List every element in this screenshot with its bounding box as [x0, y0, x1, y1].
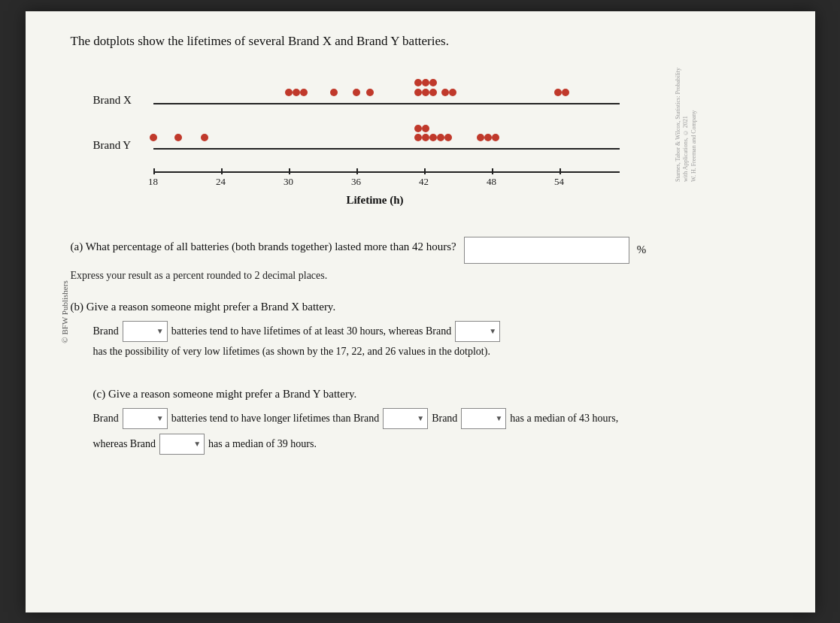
c-part4: has a median of 43 hours, [510, 413, 618, 425]
c-part5: whereas Brand [93, 438, 156, 450]
tick-label-18: 18 [148, 176, 158, 188]
question-b-label: (b) Give a reason someone might prefer a… [71, 301, 785, 313]
c-dropdown3-arrow: ▼ [495, 414, 502, 422]
brand-y-line [153, 148, 620, 150]
c-part3: Brand [432, 413, 457, 425]
x-axis-line [153, 171, 620, 173]
dot-y-46a [477, 134, 484, 141]
dot-x-45a [441, 89, 449, 96]
tick-label-30: 30 [284, 176, 293, 188]
question-c-answer-row2: whereas Brand ▼ has a median of 39 hours… [93, 434, 785, 455]
c-part2: batteries tend to have longer lifetimes … [171, 413, 379, 425]
dot-y-42b [422, 134, 429, 141]
dot-x-45b [449, 89, 456, 96]
brand-x-line [153, 103, 620, 104]
copyright-text: Starnes, Tabor & Wilcox, Statistics: Pro… [675, 68, 698, 182]
question-c-label: (c) Give a reason someone might prefer a… [93, 388, 785, 401]
b-part2: batteries tend to have lifetimes of at l… [171, 325, 451, 337]
b-dropdown1[interactable]: ▼ [123, 321, 168, 342]
tick-30 [289, 168, 290, 174]
dot-x-54b [562, 89, 569, 96]
chart-area: Brand X Brand Y 18 24 30 36 42 48 [71, 64, 785, 214]
brand-y-label: Brand Y [93, 139, 132, 152]
c-part1: Brand [93, 413, 119, 425]
dot-x-33 [330, 89, 338, 96]
c-dropdown4-arrow: ▼ [193, 440, 201, 448]
question-a-row: (a) What percentage of all batteries (bo… [71, 237, 785, 264]
question-c-answer-row1: Brand ▼ batteries tend to have longer li… [93, 408, 785, 429]
axis-title: Lifetime (h) [346, 194, 403, 207]
bfw-label: © BFW Publishers [59, 280, 68, 343]
tick-label-24: 24 [216, 176, 226, 188]
dot-x-38 [366, 89, 374, 96]
c-dropdown1[interactable]: ▼ [123, 408, 168, 429]
dot-x-42-r2a [414, 79, 422, 86]
dot-x-42c [429, 89, 437, 96]
dot-x-42-r2b [422, 79, 429, 86]
dot-y-42d [437, 134, 444, 141]
dot-x-36 [353, 89, 360, 96]
dot-x-30b [293, 89, 300, 96]
tick-36 [356, 168, 358, 174]
dot-x-42a [414, 89, 422, 96]
tick-24 [221, 168, 223, 174]
dot-y-46b [484, 134, 492, 141]
c-dropdown2[interactable]: ▼ [383, 408, 428, 429]
b-dropdown2-arrow: ▼ [489, 327, 496, 335]
c-dropdown4[interactable]: ▼ [159, 434, 205, 455]
tick-48 [492, 168, 493, 174]
dot-y-42-r2b [422, 125, 429, 132]
chart-container: Brand X Brand Y 18 24 30 36 42 48 [93, 64, 657, 214]
c-dropdown1-arrow: ▼ [156, 414, 164, 422]
c-dropdown3[interactable]: ▼ [461, 408, 506, 429]
dot-y-22 [174, 134, 182, 141]
tick-54 [559, 168, 561, 174]
b-part1: Brand [93, 325, 119, 337]
question-a-input[interactable] [464, 237, 629, 264]
tick-label-54: 54 [554, 176, 564, 188]
main-page: © BFW Publishers The dotplots show the l… [26, 11, 815, 612]
tick-label-42: 42 [419, 176, 429, 188]
dot-x-42-r2c [429, 79, 437, 86]
question-a-sublabel: Express your result as a percent rounded… [71, 270, 785, 282]
percent-symbol: % [637, 243, 647, 256]
page-title: The dotplots show the lifetimes of sever… [71, 34, 785, 49]
tick-label-36: 36 [351, 176, 361, 188]
dot-y-26 [201, 134, 208, 141]
question-b-section: (b) Give a reason someone might prefer a… [71, 301, 785, 358]
question-a-label: (a) What percentage of all batteries (bo… [71, 240, 456, 253]
brand-x-label: Brand X [93, 94, 132, 107]
dot-y-42c [429, 134, 437, 141]
tick-label-48: 48 [487, 176, 496, 188]
question-a-section: (a) What percentage of all batteries (bo… [71, 237, 785, 282]
question-b-answer-row: Brand ▼ batteries tend to have lifetimes… [93, 321, 785, 358]
tick-18 [153, 168, 155, 174]
b-dropdown1-arrow: ▼ [156, 327, 164, 335]
dot-x-42b [422, 89, 429, 96]
dot-y-42e [444, 134, 452, 141]
dot-x-30a [285, 89, 293, 96]
dot-y-46c [492, 134, 499, 141]
b-part3: has the possibility of very low lifetime… [93, 346, 490, 358]
c-part6: has a median of 39 hours. [208, 438, 317, 450]
tick-42 [424, 168, 426, 174]
dot-y-42a [414, 134, 422, 141]
dot-y-18 [150, 134, 157, 141]
question-c-section: (c) Give a reason someone might prefer a… [93, 388, 785, 455]
dot-y-42-r2a [414, 125, 422, 132]
c-dropdown2-arrow: ▼ [417, 414, 424, 422]
b-dropdown2[interactable]: ▼ [455, 321, 500, 342]
dot-x-54a [554, 89, 562, 96]
dot-x-30c [300, 89, 308, 96]
